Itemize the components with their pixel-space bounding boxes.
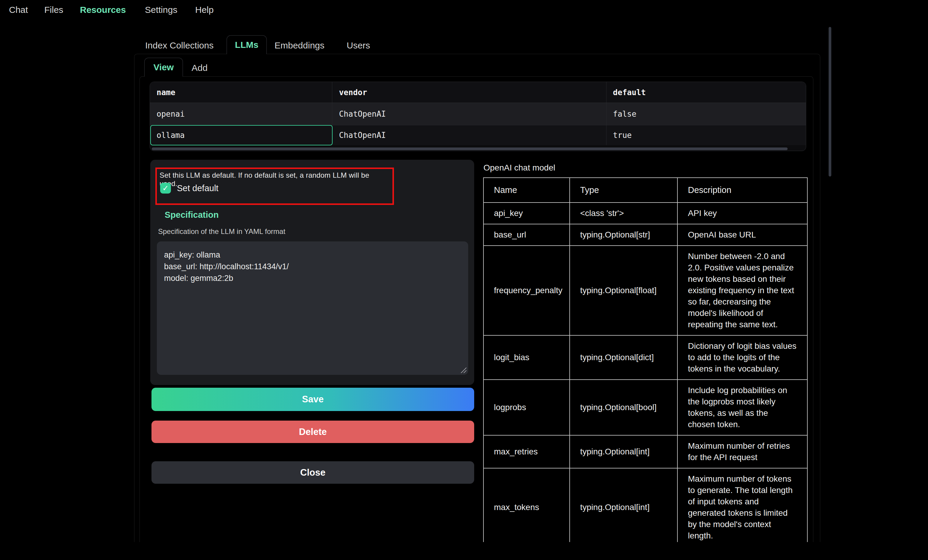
llm-table-header-name: name xyxy=(150,82,332,103)
model-info-logprobs-description: Include log probabilities on the logprob… xyxy=(678,380,807,435)
model-info-max_tokens-description: Maximum number of tokens to generate. Th… xyxy=(678,468,807,542)
model-info-max_retries-name: max_retries xyxy=(484,435,570,468)
model-info-max_tokens-name: max_tokens xyxy=(484,468,570,542)
model-info-header-description: Description xyxy=(678,178,807,202)
llm-table-row-openai[interactable]: openaiChatOpenAIfalse xyxy=(150,103,806,125)
model-info-row-max_tokens: max_tokenstyping.Optional[int]Maximum nu… xyxy=(484,468,807,542)
model-info-max_retries-description: Maximum number of retries for the API re… xyxy=(678,435,807,468)
spec-yaml-textarea[interactable]: api_key: ollama base_url: http://localho… xyxy=(157,241,468,375)
model-info-max_tokens-type: typing.Optional[int] xyxy=(570,468,678,542)
save-button[interactable]: Save xyxy=(151,388,474,411)
model-info-row-frequency_penalty: frequency_penaltytyping.Optional[float]N… xyxy=(484,246,807,335)
llm-cell-openai-name[interactable]: openai xyxy=(150,103,332,125)
subtab-add[interactable]: Add xyxy=(192,63,208,73)
nav-item-settings[interactable]: Settings xyxy=(145,5,177,15)
model-info-base_url-type: typing.Optional[str] xyxy=(570,224,678,246)
model-info-row-logprobs: logprobstyping.Optional[bool]Include log… xyxy=(484,380,807,435)
model-info-base_url-description: OpenAI base URL xyxy=(678,224,807,246)
llm-table-header-default: default xyxy=(606,82,806,103)
model-info-frequency_penalty-description: Number between -2.0 and 2.0. Positive va… xyxy=(678,246,807,335)
model-info-row-base_url: base_urltyping.Optional[str]OpenAI base … xyxy=(484,224,807,246)
model-info-api_key-description: API key xyxy=(678,202,807,224)
model-info-max_retries-type: typing.Optional[int] xyxy=(570,435,678,468)
set-default-checkbox[interactable]: ✓ xyxy=(160,183,171,193)
specification-caption: Specification of the LLM in YAML format xyxy=(158,227,285,236)
model-info-logprobs-name: logprobs xyxy=(484,380,570,435)
model-info-row-max_retries: max_retriestyping.Optional[int]Maximum n… xyxy=(484,435,807,468)
page-scrollbar[interactable] xyxy=(829,27,831,177)
close-button[interactable]: Close xyxy=(151,461,474,484)
llm-cell-ollama-default[interactable]: true xyxy=(606,125,806,145)
llm-table: namevendordefaultopenaiChatOpenAIfalseol… xyxy=(150,82,806,151)
specification-heading: Specification xyxy=(165,210,219,220)
llm-table-row-ollama[interactable]: ollamaChatOpenAItrue xyxy=(150,125,806,145)
spec-yaml-text: api_key: ollama base_url: http://localho… xyxy=(164,250,289,283)
model-info-logprobs-type: typing.Optional[bool] xyxy=(570,380,678,435)
table-horizontal-scrollbar[interactable] xyxy=(152,148,788,150)
model-info-row-api_key: api_key<class 'str'>API key xyxy=(484,202,807,224)
llm-cell-openai-default[interactable]: false xyxy=(606,103,806,125)
model-info-api_key-name: api_key xyxy=(484,202,570,224)
check-icon: ✓ xyxy=(162,184,169,192)
model-info-frequency_penalty-name: frequency_penalty xyxy=(484,246,570,335)
model-info-logit_bias-name: logit_bias xyxy=(484,335,570,380)
llm-cell-ollama-name[interactable]: ollama xyxy=(150,125,332,145)
llm-detail-card: Set this LLM as default. If no default i… xyxy=(150,160,474,385)
model-info-logit_bias-description: Dictionary of logit bias values to add t… xyxy=(678,335,807,380)
tab-embeddings[interactable]: Embeddings xyxy=(275,40,325,50)
model-info-header-name: Name xyxy=(484,178,570,202)
delete-button[interactable]: Delete xyxy=(151,421,474,443)
model-info-table: NameTypeDescriptionapi_key<class 'str'>A… xyxy=(483,177,807,542)
nav-item-files[interactable]: Files xyxy=(44,5,63,15)
set-default-label: Set default xyxy=(177,183,218,193)
llm-table-header-vendor: vendor xyxy=(332,82,606,103)
subtab-view[interactable]: View xyxy=(144,58,183,76)
llm-cell-ollama-vendor[interactable]: ChatOpenAI xyxy=(332,125,606,145)
model-info-logit_bias-type: typing.Optional[dict] xyxy=(570,335,678,380)
model-info-table-wrap: NameTypeDescriptionapi_key<class 'str'>A… xyxy=(483,177,808,542)
model-info-api_key-type: <class 'str'> xyxy=(570,202,678,224)
nav-item-resources[interactable]: Resources xyxy=(80,5,126,15)
nav-item-chat[interactable]: Chat xyxy=(9,5,28,15)
set-default-row[interactable]: ✓ Set default xyxy=(160,183,218,193)
model-info-row-logit_bias: logit_biastyping.Optional[dict]Dictionar… xyxy=(484,335,807,380)
model-info-base_url-name: base_url xyxy=(484,224,570,246)
llm-cell-openai-vendor[interactable]: ChatOpenAI xyxy=(332,103,606,125)
llm-table-header-row: namevendordefault xyxy=(150,82,806,103)
default-annotation-box: Set this LLM as default. If no default i… xyxy=(156,167,394,205)
model-info-header-type: Type xyxy=(570,178,678,202)
nav-item-help[interactable]: Help xyxy=(195,5,214,15)
tab-index-collections[interactable]: Index Collections xyxy=(145,40,214,50)
app-root: ChatFilesResourcesSettingsHelp Index Col… xyxy=(0,0,928,560)
resize-handle-icon[interactable] xyxy=(460,367,466,373)
tab-llms[interactable]: LLMs xyxy=(227,35,267,54)
tab-users[interactable]: Users xyxy=(346,40,370,50)
model-info-header-row: NameTypeDescription xyxy=(484,178,807,202)
model-info-frequency_penalty-type: typing.Optional[float] xyxy=(570,246,678,335)
model-info-title: OpenAI chat model xyxy=(484,163,555,173)
